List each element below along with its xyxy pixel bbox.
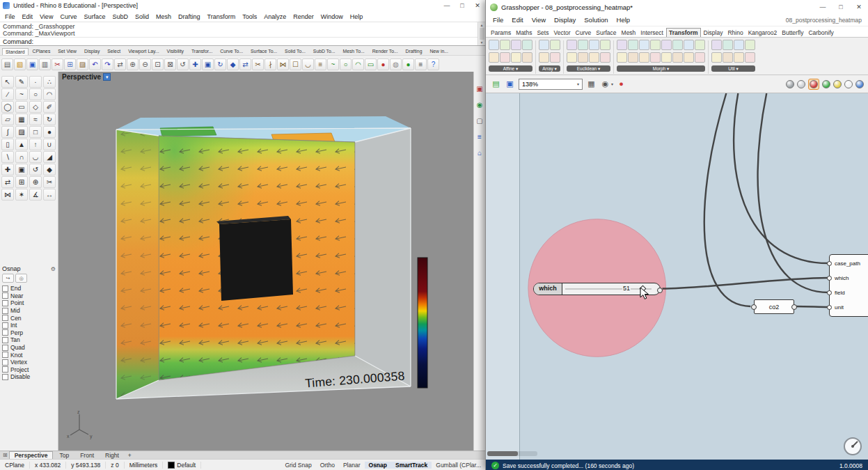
toolbar-new-file-icon[interactable]: ▤ xyxy=(1,58,13,70)
toolbar-tab-solid-to[interactable]: Solid To... xyxy=(281,47,309,55)
osnap-toggle-project[interactable]: Project xyxy=(2,366,56,374)
status-toggle-ortho[interactable]: Ortho xyxy=(316,462,339,469)
toolbar-trim-icon[interactable]: ✂ xyxy=(252,58,264,70)
gh-tab-display[interactable]: Display xyxy=(702,29,725,37)
transform-component-icon[interactable] xyxy=(539,40,549,50)
gh-menu-solution[interactable]: Solution xyxy=(580,16,612,24)
checkbox-icon[interactable] xyxy=(2,300,8,306)
viewport-tab-front[interactable]: Front xyxy=(75,452,99,459)
tool-curve-icon[interactable]: ~ xyxy=(15,88,28,100)
component-input-field[interactable]: field xyxy=(830,285,868,300)
toolbar-tab-display[interactable]: Display xyxy=(81,47,103,55)
transform-component-icon[interactable] xyxy=(684,40,694,50)
transform-component-icon[interactable] xyxy=(672,52,683,63)
osnap-toggle-perp[interactable]: Perp xyxy=(2,329,56,337)
gh-tab-vector[interactable]: Vector xyxy=(551,29,572,37)
osnap-toggle-vertex[interactable]: Vertex xyxy=(2,359,56,366)
tool-dimension-icon[interactable]: ↔ xyxy=(43,189,56,201)
gh-menu-edit[interactable]: Edit xyxy=(507,16,527,24)
rhino-menu-file[interactable]: File xyxy=(1,13,19,20)
rhino-menu-analyze[interactable]: Analyze xyxy=(260,13,290,20)
gh-tab-butterfly[interactable]: Butterfly xyxy=(780,29,805,37)
checkbox-icon[interactable] xyxy=(2,329,8,336)
tool-revolve-icon[interactable]: ↻ xyxy=(43,113,56,125)
gh-tab-carbonify[interactable]: Carbonify xyxy=(806,29,835,37)
command-area[interactable]: Command: _GrasshopperCommand: _MaxViewpo… xyxy=(0,22,485,46)
toolbar-tab-curve-to[interactable]: Curve To... xyxy=(216,47,246,55)
input-grip-icon[interactable] xyxy=(827,305,832,310)
toolbar-copy-object-icon[interactable]: ▣ xyxy=(202,58,214,70)
component-input-which[interactable]: which xyxy=(830,271,868,285)
layers-panel-icon[interactable]: ≡ xyxy=(475,132,484,142)
toolbar-zoom-in-icon[interactable]: ⊕ xyxy=(127,58,139,70)
checkbox-icon[interactable] xyxy=(2,322,8,329)
status-millimeters[interactable]: Millimeters xyxy=(125,462,164,469)
checkbox-icon[interactable] xyxy=(2,352,8,358)
tool-fillet-edge-icon[interactable]: ◡ xyxy=(29,151,42,163)
rhino-menu-mesh[interactable]: Mesh xyxy=(152,13,175,20)
new-viewport-button[interactable]: + xyxy=(125,452,134,459)
rhino-menu-view[interactable]: View xyxy=(36,13,56,20)
transform-component-icon[interactable] xyxy=(511,40,521,50)
toolbar-split-icon[interactable]: ∤ xyxy=(265,58,276,70)
transform-component-icon[interactable] xyxy=(550,52,560,63)
status-toggle-smarttrack[interactable]: SmartTrack xyxy=(391,462,432,469)
tool-circle-icon[interactable]: ○ xyxy=(29,88,42,100)
tool-sphere-icon[interactable]: ● xyxy=(43,126,56,138)
toolbar-tab-drafting[interactable]: Drafting xyxy=(402,47,426,55)
toolbar-tab-mesh-to[interactable]: Mesh To... xyxy=(339,47,368,55)
preview-eye-icon[interactable]: ◉ xyxy=(599,78,611,90)
tool-line-icon[interactable]: ∕ xyxy=(1,88,14,100)
transform-component-icon[interactable] xyxy=(745,52,755,63)
osnap-toggle-quad[interactable]: Quad xyxy=(2,344,56,352)
toolbar-tab-viewport-lay[interactable]: Viewport Lay... xyxy=(125,47,162,55)
rhino-menu-transform[interactable]: Transform xyxy=(204,13,239,20)
component-input-unit[interactable]: unit xyxy=(830,300,868,315)
transform-component-icon[interactable] xyxy=(684,52,694,63)
preview-gray-icon[interactable] xyxy=(786,80,794,88)
chevron-down-icon[interactable]: ▾ xyxy=(611,81,613,86)
rhino-menu-solid[interactable]: Solid xyxy=(132,13,152,20)
toolbar-curve-icon[interactable]: ~ xyxy=(327,58,339,70)
toolbar-zoom-window-icon[interactable]: ⊡ xyxy=(152,58,164,70)
transform-component-icon[interactable] xyxy=(661,40,672,50)
gh-menu-view[interactable]: View xyxy=(528,16,550,24)
viewport-perspective[interactable]: Perspective ▾ Time: 230.000358 z x y xyxy=(58,72,473,451)
tool-explode-icon[interactable]: ✶ xyxy=(15,189,28,201)
transform-component-icon[interactable] xyxy=(672,40,683,50)
toolbar-circle-icon[interactable]: ○ xyxy=(340,58,352,70)
toolbar-ghosted-mode-icon[interactable]: ◍ xyxy=(390,58,402,70)
toolbar-offset-icon[interactable]: ≡ xyxy=(315,58,326,70)
minimize-button[interactable]: — xyxy=(439,0,455,11)
transform-component-icon[interactable] xyxy=(522,40,532,50)
preview-red-icon[interactable] xyxy=(810,80,818,88)
gh-tab-kangaroo2[interactable]: Kangaroo2 xyxy=(746,29,780,37)
ribbon-group-label[interactable]: Affine ▾ xyxy=(489,65,532,72)
tool-select-icon[interactable]: ↖ xyxy=(1,76,14,88)
gh-menu-file[interactable]: File xyxy=(489,16,507,24)
checkbox-icon[interactable] xyxy=(2,366,8,373)
ribbon-group-label[interactable]: Util ▾ xyxy=(711,65,755,72)
viewport-tab-perspective[interactable]: Perspective xyxy=(9,451,54,460)
gh-tab-rhino[interactable]: Rhino xyxy=(725,29,745,37)
osnap-filter-button[interactable]: ◎ xyxy=(15,274,27,283)
toolbar-tab-visibility[interactable]: Visibility xyxy=(164,47,187,55)
gh-tab-mesh[interactable]: Mesh xyxy=(620,29,638,37)
toolbar-move-icon[interactable]: ✚ xyxy=(189,58,201,70)
checkbox-icon[interactable] xyxy=(2,337,8,343)
transform-component-icon[interactable] xyxy=(522,52,532,63)
component-input-case-path[interactable]: case_path xyxy=(830,256,868,271)
status-toggle-grid-snap[interactable]: Grid Snap xyxy=(281,462,315,469)
rhino-menu-tools[interactable]: Tools xyxy=(239,13,260,20)
close-button[interactable]: ✕ xyxy=(470,0,485,11)
transform-component-icon[interactable] xyxy=(589,40,599,50)
tool-sweep-icon[interactable]: ∫ xyxy=(1,126,14,138)
new-document-icon[interactable]: ▤ xyxy=(490,78,502,90)
command-prompt[interactable]: Command: xyxy=(0,38,485,46)
transform-component-icon[interactable] xyxy=(745,40,755,50)
toolbar-cut-icon[interactable]: ✂ xyxy=(52,58,63,70)
tool-move-icon[interactable]: ✚ xyxy=(1,164,14,175)
toolbar-copy-icon[interactable]: ⊞ xyxy=(64,58,76,70)
preview-blue-icon[interactable] xyxy=(855,80,864,88)
osnap-toggle-mid[interactable]: Mid xyxy=(2,307,56,315)
